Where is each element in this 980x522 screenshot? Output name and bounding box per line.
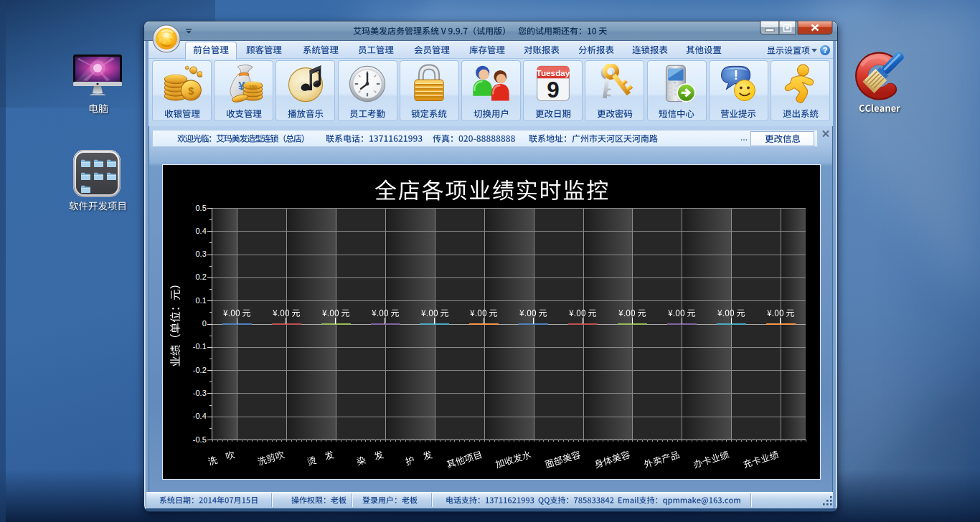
svg-text:$: $	[188, 85, 194, 97]
svg-text:100: 100	[248, 85, 256, 90]
svg-text:?: ?	[823, 46, 828, 54]
svg-text:9: 9	[547, 77, 559, 103]
svg-text:!: !	[734, 68, 738, 82]
svg-text:Tuesday: Tuesday	[536, 68, 570, 77]
